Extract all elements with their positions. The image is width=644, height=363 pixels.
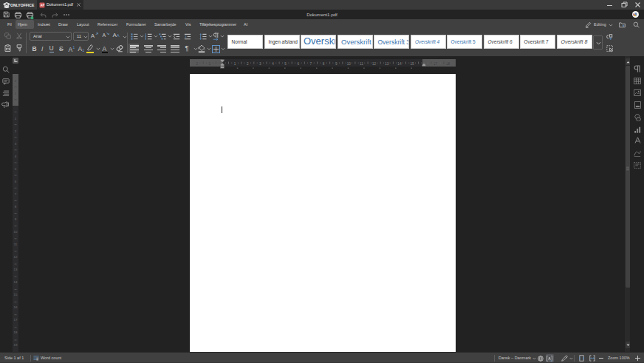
svg-text:1: 1 xyxy=(209,62,211,66)
svg-text:14: 14 xyxy=(397,62,402,66)
svg-text:13: 13 xyxy=(14,268,18,271)
svg-text:9: 9 xyxy=(335,62,338,66)
svg-text:11: 11 xyxy=(360,62,363,66)
svg-text:1: 1 xyxy=(234,62,236,66)
svg-text:18: 18 xyxy=(14,330,18,334)
svg-text:2: 2 xyxy=(196,62,198,66)
svg-text:17: 17 xyxy=(14,318,18,322)
svg-text:12: 12 xyxy=(14,255,18,259)
svg-text:16: 16 xyxy=(14,305,18,309)
svg-text:13: 13 xyxy=(385,62,389,66)
svg-text:17: 17 xyxy=(434,62,438,66)
svg-text:15: 15 xyxy=(14,293,18,296)
svg-text:3: 3 xyxy=(259,62,261,66)
svg-text:19: 19 xyxy=(14,343,18,347)
svg-text:18: 18 xyxy=(446,62,451,66)
svg-text:15: 15 xyxy=(411,62,415,66)
svg-text:4: 4 xyxy=(272,62,274,66)
svg-text:10: 10 xyxy=(14,230,18,234)
svg-text:10: 10 xyxy=(347,62,352,66)
svg-text:8: 8 xyxy=(323,62,325,66)
svg-text:6: 6 xyxy=(298,62,300,66)
svg-text:5: 5 xyxy=(284,62,287,66)
svg-text:2: 2 xyxy=(247,62,249,66)
svg-text:12: 12 xyxy=(372,62,377,66)
svg-text:11: 11 xyxy=(14,242,18,246)
svg-text:7: 7 xyxy=(310,62,312,66)
svg-text:14: 14 xyxy=(14,280,18,284)
